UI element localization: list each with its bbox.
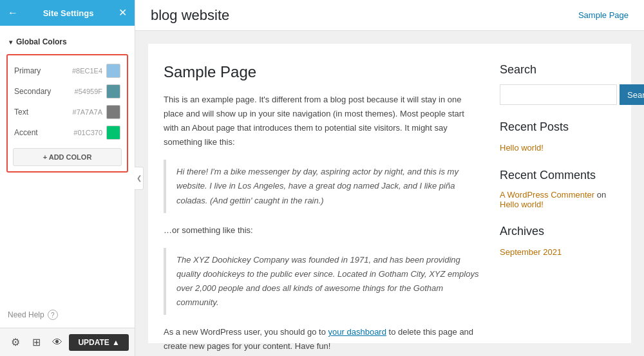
comment-post-link[interactable]: Hello world! [500,200,544,209]
page-sidebar: Search Search Recent Posts Hello world! … [500,63,616,324]
chevron-icon: ▾ [9,39,12,46]
paragraph-2: …or something like this: [164,223,480,238]
color-hex-2: #7A7A7A [73,108,102,116]
color-row-text: Text #7A7A7A [13,102,122,122]
main-header: blog website Sample Page [135,0,644,31]
preview-content: Sample Page This is an example page. It'… [148,44,631,343]
color-swatch-1[interactable] [106,84,120,98]
collapse-button[interactable]: ❮ [135,167,144,190]
recent-posts-widget: Recent Posts Hello world! [500,120,616,153]
search-widget-title: Search [500,63,616,77]
sample-page-link[interactable]: Sample Page [578,10,629,20]
global-colors-section: ▾ Global Colors Primary #8EC1E4 Secondar… [0,32,135,173]
recent-comments-title: Recent Comments [500,169,616,182]
paragraph-3-before: As a new WordPress user, you should go t… [164,327,328,337]
blockquote-2: The XYZ Doohickey Company was founded in… [164,248,480,315]
archives-widget: Archives September 2021 [500,225,616,258]
sidebar-footer: ⚙ ⊞ 👁 UPDATE ▲ [0,328,135,356]
main-area: blog website Sample Page Sample Page Thi… [135,0,644,356]
on-text: on [597,190,606,200]
site-title: blog website [151,7,229,24]
need-help-label: Need Help [8,310,44,319]
color-label-3: Accent [14,128,38,137]
recent-comments-widget: Recent Comments A WordPress Commenter on… [500,169,616,209]
color-row-primary: Primary #8EC1E4 [13,61,122,81]
paragraph-1: This is an example page. It's different … [164,93,480,149]
color-row-accent: Accent #01C370 [13,122,122,143]
page-main: Sample Page This is an example page. It'… [164,63,480,324]
color-label-2: Text [14,108,28,117]
color-label-0: Primary [14,66,41,75]
color-swatch-3[interactable] [106,126,120,140]
color-label-1: Secondary [14,87,51,96]
main-body: Sample Page This is an example page. It'… [135,31,644,356]
commenter-link[interactable]: A WordPress Commenter [500,190,594,200]
help-icon: ? [48,310,58,320]
color-swatch-2[interactable] [106,105,120,119]
color-hex-3: #01C370 [73,129,102,136]
update-arrow-icon: ▲ [112,338,120,347]
recent-post-link-0[interactable]: Hello world! [500,143,544,153]
close-button[interactable]: ✕ [118,8,127,18]
sidebar-content: ▾ Global Colors Primary #8EC1E4 Secondar… [0,26,135,302]
search-widget: Search Search [500,63,616,105]
color-hex-1: #54959F [75,88,102,95]
blockquote-1: Hi there! I'm a bike messenger by day, a… [164,160,480,212]
sidebar-header: ← Site Settings ✕ [0,0,135,26]
global-colors-toggle[interactable]: ▾ Global Colors [6,32,128,52]
color-swatch-0[interactable] [106,64,120,78]
preview-icon-button[interactable]: 👁 [47,334,68,351]
update-label: UPDATE [78,338,109,347]
settings-icon-button[interactable]: ⚙ [6,333,25,351]
page-title: Sample Page [164,63,480,81]
sidebar-title: Site Settings [43,8,94,18]
sidebar: ← Site Settings ✕ ▾ Global Colors Primar… [0,0,135,356]
search-input[interactable] [500,84,617,105]
colors-box: Primary #8EC1E4 Secondary #54959F Text #… [6,54,128,173]
color-rows: Primary #8EC1E4 Secondary #54959F Text #… [13,61,122,143]
archives-link-0[interactable]: September 2021 [500,247,562,257]
paragraph-3: As a new WordPress user, you should go t… [164,325,480,353]
need-help[interactable]: Need Help ? [0,302,135,328]
section-title-label: Global Colors [16,37,67,46]
color-row-secondary: Secondary #54959F [13,81,122,102]
color-hex-0: #8EC1E4 [72,67,102,75]
dashboard-link[interactable]: your dashboard [328,327,386,337]
pages-icon-button[interactable]: ⊞ [27,333,46,351]
recent-posts-title: Recent Posts [500,120,616,134]
add-color-button[interactable]: + ADD COLOR [13,148,122,166]
back-button[interactable]: ← [8,8,18,18]
search-row: Search [500,84,616,105]
recent-comment-0: A WordPress Commenter on Hello world! [500,190,616,209]
archives-title: Archives [500,225,616,238]
update-button[interactable]: UPDATE ▲ [69,334,128,351]
search-button[interactable]: Search [620,84,644,105]
